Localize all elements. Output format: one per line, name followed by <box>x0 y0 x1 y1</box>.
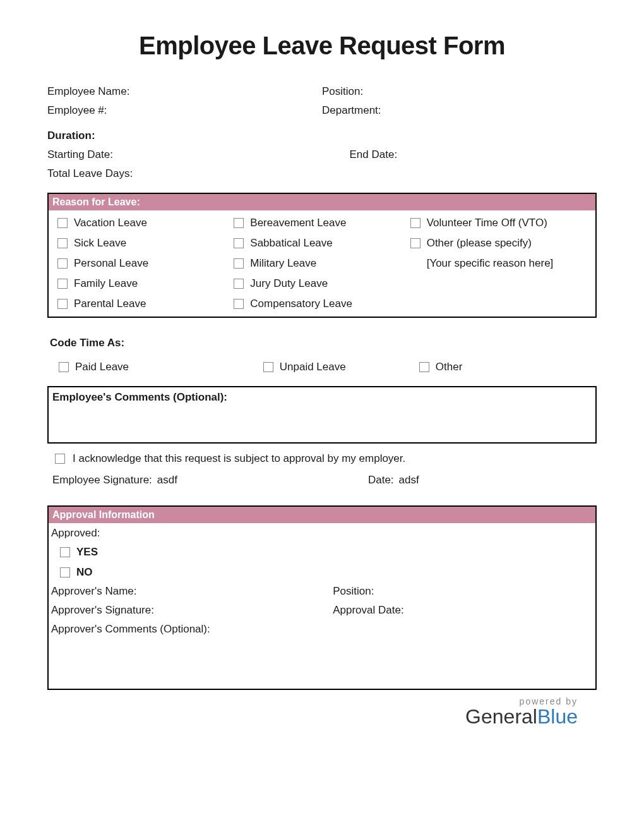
brand-logo: GeneralBlue <box>47 705 578 728</box>
checkbox-icon[interactable] <box>57 279 68 289</box>
approver-name-field[interactable]: Approver's Name: <box>51 585 333 598</box>
position-label: Position: <box>322 85 363 98</box>
code-unpaid[interactable]: Unpaid Leave <box>263 361 419 373</box>
reason-sick[interactable]: Sick Leave <box>57 237 234 250</box>
starting-date-label: Starting Date: <box>47 148 113 161</box>
reason-compensatory[interactable]: Compensatory Leave <box>234 298 410 310</box>
employee-comments-box[interactable]: Employee's Comments (Optional): <box>47 386 597 444</box>
page-title: Employee Leave Request Form <box>47 32 597 60</box>
reason-vto[interactable]: Volunteer Time Off (VTO) <box>410 217 587 229</box>
checkbox-icon[interactable] <box>55 454 65 464</box>
approved-no[interactable]: NO <box>60 566 593 579</box>
approver-position-field[interactable]: Position: <box>333 585 374 598</box>
approver-comments-input[interactable] <box>51 642 593 680</box>
end-date-label: End Date: <box>350 148 398 161</box>
end-date-field[interactable]: End Date: <box>350 148 597 161</box>
acknowledge-text: I acknowledge that this request is subje… <box>73 452 405 465</box>
reason-jury[interactable]: Jury Duty Leave <box>234 277 410 290</box>
approver-signature-field[interactable]: Approver's Signature: <box>51 604 333 617</box>
checkbox-icon[interactable] <box>234 238 244 248</box>
signature-date-label: Date: <box>368 474 394 486</box>
reason-other-input[interactable]: [Your specific reason here] <box>427 257 587 270</box>
reason-family[interactable]: Family Leave <box>57 277 234 290</box>
checkbox-icon[interactable] <box>234 258 244 269</box>
approval-section: Approval Information Approved: YES NO Ap… <box>47 505 597 690</box>
footer: powered by GeneralBlue <box>47 696 597 728</box>
checkbox-icon[interactable] <box>59 362 69 372</box>
code-other[interactable]: Other <box>419 361 597 373</box>
position-field[interactable]: Position: <box>322 85 597 98</box>
employee-signature-value: asdf <box>157 474 177 486</box>
reason-section: Reason for Leave: Vacation Leave Sick Le… <box>47 193 597 318</box>
checkbox-icon[interactable] <box>234 299 244 309</box>
employee-num-field[interactable]: Employee #: <box>47 104 322 117</box>
total-days-label: Total Leave Days: <box>47 167 133 180</box>
approval-header: Approval Information <box>49 507 595 523</box>
signature-date-value: adsf <box>399 474 419 486</box>
reason-parental[interactable]: Parental Leave <box>57 298 234 310</box>
checkbox-icon[interactable] <box>419 362 429 372</box>
starting-date-field[interactable]: Starting Date: <box>47 148 350 161</box>
reason-personal[interactable]: Personal Leave <box>57 257 234 270</box>
code-paid[interactable]: Paid Leave <box>59 361 263 373</box>
reason-other[interactable]: Other (please specify) <box>410 237 587 250</box>
checkbox-icon[interactable] <box>263 362 273 372</box>
acknowledge-checkbox[interactable]: I acknowledge that this request is subje… <box>47 452 597 465</box>
employee-name-label: Employee Name: <box>47 85 129 98</box>
employee-num-label: Employee #: <box>47 104 107 117</box>
code-time-section: Code Time As: Paid Leave Unpaid Leave Ot… <box>47 337 597 373</box>
approval-date-field[interactable]: Approval Date: <box>333 604 403 617</box>
checkbox-icon[interactable] <box>410 218 420 228</box>
checkbox-icon[interactable] <box>57 218 68 228</box>
reason-header: Reason for Leave: <box>49 194 595 210</box>
checkbox-icon[interactable] <box>57 238 68 248</box>
reason-sabbatical[interactable]: Sabbatical Leave <box>234 237 410 250</box>
checkbox-icon[interactable] <box>60 547 70 557</box>
employee-name-field[interactable]: Employee Name: <box>47 85 322 98</box>
checkbox-icon[interactable] <box>57 258 68 269</box>
duration-label: Duration: <box>47 130 95 142</box>
checkbox-icon[interactable] <box>234 279 244 289</box>
code-time-header: Code Time As: <box>47 337 597 349</box>
department-label: Department: <box>322 104 381 117</box>
department-field[interactable]: Department: <box>322 104 597 117</box>
employee-signature-label: Employee Signature: <box>52 474 152 486</box>
reason-military[interactable]: Military Leave <box>234 257 410 270</box>
approved-yes[interactable]: YES <box>60 546 593 559</box>
employee-signature-field[interactable]: Employee Signature: asdf <box>52 474 368 486</box>
checkbox-icon[interactable] <box>57 299 68 309</box>
approved-label: Approved: <box>51 527 593 540</box>
reason-vacation[interactable]: Vacation Leave <box>57 217 234 229</box>
checkbox-icon[interactable] <box>410 238 420 248</box>
total-days-field[interactable]: Total Leave Days: <box>47 167 597 180</box>
reason-bereavement[interactable]: Bereavement Leave <box>234 217 410 229</box>
checkbox-icon[interactable] <box>60 567 70 577</box>
approver-comments-label: Approver's Comments (Optional): <box>51 623 593 636</box>
checkbox-icon[interactable] <box>234 218 244 228</box>
employee-comments-header: Employee's Comments (Optional): <box>49 387 595 408</box>
signature-date-field[interactable]: Date: adsf <box>368 474 419 486</box>
